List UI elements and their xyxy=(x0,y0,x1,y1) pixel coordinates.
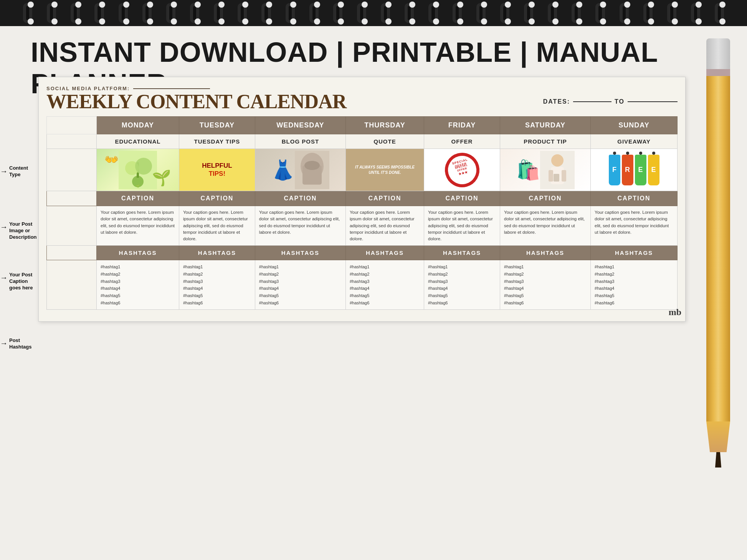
spiral-ring xyxy=(715,3,724,23)
spiral-ring xyxy=(500,3,509,23)
svg-point-4 xyxy=(135,158,152,175)
hashtags-thursday: #hashtag1 #hashtag2 #hashtag3 #hashtag4 … xyxy=(345,260,424,310)
caption-saturday: Your caption goes here. Lorem ipsum dolo… xyxy=(500,206,591,246)
day-saturday: SATURDAY xyxy=(500,117,591,134)
content-type-label-cell xyxy=(47,134,97,149)
svg-point-11 xyxy=(551,154,564,167)
annotation-post-caption: → Your Post Caption goes here xyxy=(0,272,38,291)
caption-header-empty xyxy=(47,191,97,206)
logo: mb xyxy=(669,307,681,317)
image-monday: 🌱 xyxy=(97,149,179,191)
caption-header-thursday: CAPTION xyxy=(345,191,424,206)
to-text: TO xyxy=(615,98,625,105)
calendar-title-row: WEEKLY CONTENT CALENDAR DATES: TO xyxy=(46,92,678,112)
dates-label: DATES: TO xyxy=(543,98,678,105)
content-type-wednesday: BLOG POST xyxy=(255,134,345,149)
annotation-label-hashtags: Post Hashtags xyxy=(9,337,38,350)
hashtags-header-monday: HASHTAGS xyxy=(97,246,179,260)
spiral-ring xyxy=(405,3,414,23)
spiral-ring xyxy=(333,3,342,23)
spiral-ring xyxy=(142,3,152,23)
spiral-ring xyxy=(643,3,653,23)
pencil-eraser-band xyxy=(706,69,730,76)
hashtags-text-row: #hashtag1 #hashtag2 #hashtag3 #hashtag4 … xyxy=(47,260,678,310)
caption-thursday: Your caption goes here. Lorem ipsum dolo… xyxy=(345,206,424,246)
image-tuesday: HELPFUL TIPS! xyxy=(179,149,255,191)
product-image xyxy=(500,149,590,191)
hashtags-sunday: #hashtag1 #hashtag2 #hashtag3 #hashtag4 … xyxy=(591,260,678,310)
svg-rect-13 xyxy=(549,170,553,182)
hashtags-friday-text: #hashtag1 #hashtag2 #hashtag3 #hashtag4 … xyxy=(428,263,496,306)
blog-image xyxy=(255,149,345,191)
day-sunday: SUNDAY xyxy=(591,117,678,134)
annotation-hashtags: → Post Hashtags xyxy=(0,337,38,350)
spiral-ring xyxy=(214,3,223,23)
caption-text-row: Your caption goes here. Lorem ipsum dolo… xyxy=(47,206,678,246)
pencil-tip xyxy=(715,452,721,467)
offer-stamp: SPECIALOFFER ★★★ xyxy=(441,149,483,191)
annotation-content-type: → Content Type xyxy=(0,165,38,178)
svg-rect-14 xyxy=(562,170,566,182)
empty-header-cell xyxy=(47,117,97,134)
spiral-ring xyxy=(620,3,629,23)
caption-text-empty xyxy=(47,206,97,246)
caption-sunday: Your caption goes here. Lorem ipsum dolo… xyxy=(591,206,678,246)
pencil-decoration xyxy=(701,38,735,499)
caption-header-saturday: CAPTION xyxy=(500,191,591,206)
arrow-icon-3: → xyxy=(0,273,8,282)
annotation-label-post-image: Your Post Image or Description xyxy=(9,221,38,241)
image-friday: SPECIALOFFER ★★★ xyxy=(424,149,500,191)
dates-end-line xyxy=(628,101,678,102)
offer-image: SPECIALOFFER ★★★ xyxy=(424,149,500,191)
hashtags-monday-text: #hashtag1 #hashtag2 #hashtag3 #hashtag4 … xyxy=(101,263,175,306)
spiral-ring xyxy=(238,3,247,23)
hashtags-header-tuesday: HASHTAGS xyxy=(179,246,255,260)
hashtags-monday: #hashtag1 #hashtag2 #hashtag3 #hashtag4 … xyxy=(97,260,179,310)
content-type-monday: EDUCATIONAL xyxy=(97,134,179,149)
spiral-binding xyxy=(0,0,747,26)
content-type-saturday: PRODUCT TIP xyxy=(500,134,591,149)
tips-line1: HELPFUL xyxy=(202,162,232,170)
hashtags-header-saturday: HASHTAGS xyxy=(500,246,591,260)
hashtags-friday: #hashtag1 #hashtag2 #hashtag3 #hashtag4 … xyxy=(424,260,500,310)
arrow-icon-1: → xyxy=(0,167,8,176)
free-tag-r: R xyxy=(622,155,633,185)
hashtags-header-empty xyxy=(47,246,97,260)
caption-header-friday: CAPTION xyxy=(424,191,500,206)
spiral-ring xyxy=(119,3,128,23)
hashtags-header-sunday: HASHTAGS xyxy=(591,246,678,260)
free-tag-e2: E xyxy=(648,155,659,185)
spiral-ring xyxy=(261,3,271,23)
hashtags-saturday-text: #hashtag1 #hashtag2 #hashtag3 #hashtag4 … xyxy=(504,263,587,306)
pencil-eraser xyxy=(706,38,730,69)
caption-header-wednesday: CAPTION xyxy=(255,191,345,206)
tips-line2: TIPS! xyxy=(209,170,225,178)
content-type-sunday: GIVEAWAY xyxy=(591,134,678,149)
caption-friday: Your caption goes here. Lorem ipsum dolo… xyxy=(424,206,500,246)
calendar-title: WEEKLY CONTENT CALENDAR xyxy=(46,92,346,112)
spiral-ring xyxy=(453,3,462,23)
annotation-label-content-type: Content Type xyxy=(9,165,38,178)
annotations-area: → Content Type → Your Post Image or Desc… xyxy=(0,165,38,350)
spiral-ring xyxy=(524,3,533,23)
spiral-ring xyxy=(691,3,700,23)
day-thursday: THURSDAY xyxy=(345,117,424,134)
day-tuesday: TUESDAY xyxy=(179,117,255,134)
image-saturday xyxy=(500,149,591,191)
image-row: 🌱 HELPFUL TIPS! xyxy=(47,149,678,191)
day-header-row: MONDAY TUESDAY WEDNESDAY THURSDAY FRIDAY… xyxy=(47,117,678,134)
tips-image: HELPFUL TIPS! xyxy=(179,149,255,191)
spiral-ring xyxy=(309,3,319,23)
caption-header-row: CAPTION CAPTION CAPTION CAPTION CAPTION … xyxy=(47,191,678,206)
annotation-label-caption: Your Post Caption goes here xyxy=(9,272,38,291)
spiral-ring xyxy=(572,3,581,23)
spiral-ring xyxy=(71,3,80,23)
dates-text: DATES: xyxy=(543,98,570,105)
content-type-row: EDUCATIONAL TUESDAY TIPS BLOG POST QUOTE… xyxy=(47,134,678,149)
pencil-body xyxy=(706,76,730,421)
quote-image: IT ALWAYS SEEMS IMPOSSIBLE UNTIL IT'S DO… xyxy=(346,149,424,191)
hashtags-thursday-text: #hashtag1 #hashtag2 #hashtag3 #hashtag4 … xyxy=(350,263,420,306)
spiral-ring xyxy=(428,3,438,23)
caption-header-tuesday: CAPTION xyxy=(179,191,255,206)
spiral-ring xyxy=(476,3,486,23)
